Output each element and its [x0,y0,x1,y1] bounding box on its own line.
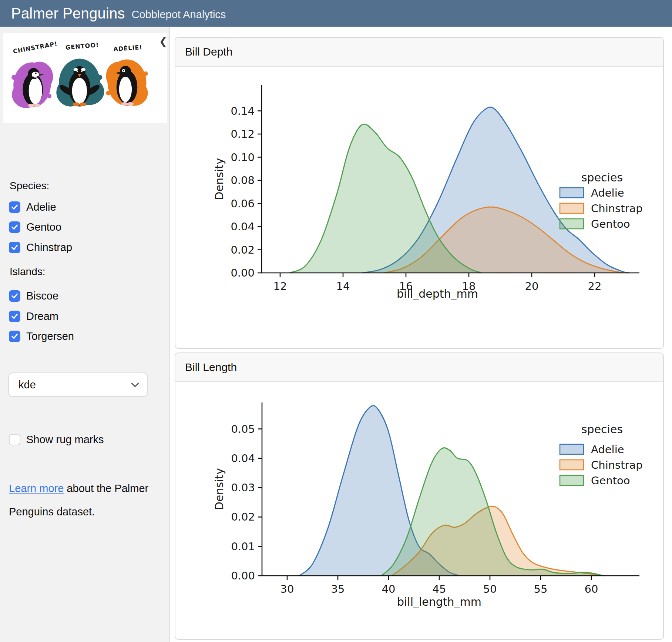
distribution-select[interactable]: kde [8,372,148,397]
legend-label-chinstrap: Chinstrap [591,202,643,215]
y-tick-label: 0.02 [231,511,255,523]
chinstrap-checkbox[interactable] [9,242,20,253]
checkbox-row-biscoe[interactable]: Biscoe [9,290,58,302]
check-icon [10,201,20,213]
gentoo-blob [56,59,104,107]
rug-checkbox[interactable] [9,434,20,445]
legend-swatch-gentoo [560,475,584,485]
bill-depth-plot: 1214161820220.000.020.040.060.080.100.12… [175,67,663,348]
x-tick-label: 20 [525,280,539,292]
checkbox-row-chinstrap[interactable]: Chinstrap [9,241,72,253]
x-axis-label: bill_depth_mm [397,287,478,300]
dream-checkbox[interactable] [9,311,20,322]
distribution-selected-value: kde [19,379,36,391]
checkbox-row-rug[interactable]: Show rug marks [9,434,104,445]
x-tick-label: 12 [273,280,287,292]
x-tick-label: 50 [483,583,497,595]
bill-depth-card-header: Bill Depth [175,38,663,67]
y-tick-label: 0.02 [231,244,255,256]
chevron-down-icon [131,382,139,387]
chinstrap-checkbox-label: Chinstrap [26,241,72,254]
x-tick-label: 45 [433,583,446,595]
app-header: Palmer Penguins Cobblepot Analytics [0,0,672,27]
check-icon [10,290,20,301]
dream-checkbox-label: Dream [26,310,58,322]
legend-label-gentoo: Gentoo [591,474,630,487]
x-tick-label: 35 [331,583,345,595]
checkbox-row-dream[interactable]: Dream [9,310,58,322]
legend-title: species [581,171,623,184]
legend-swatch-chinstrap [560,203,584,213]
legend-label-adelie: Adelie [591,443,624,456]
art-label-chinstrap: CHINSTRAP! [13,40,58,55]
art-label-gentoo: GENTOO! [65,41,99,51]
app-title: Palmer Penguins [11,5,125,22]
x-tick-label: 40 [382,583,396,595]
y-tick-label: 0.04 [231,220,255,233]
y-axis-label: Density [213,158,226,200]
rug-checkbox-label: Show rug marks [26,434,104,446]
biscoe-checkbox[interactable] [9,290,20,302]
adelie-blob [106,60,148,106]
x-axis-label: bill_length_mm [397,595,481,608]
legend-swatch-gentoo [560,219,584,229]
y-tick-label: 0.12 [231,128,255,140]
bill-depth-card-title: Bill Depth [185,46,232,58]
check-icon [10,242,20,253]
x-tick-label: 14 [336,280,350,292]
penguin-artwork: CHINSTRAP! GENTOO! ADÉLIE! [3,33,167,123]
x-tick-label: 22 [588,280,602,292]
x-tick-label: 60 [585,583,598,595]
chinstrap-blob [11,62,53,108]
check-icon [10,311,20,322]
app-subtitle: Cobblepot Analytics [132,9,226,21]
learn-more-text: Learn more about the Palmer Penguins dat… [9,477,153,524]
check-icon [10,331,20,342]
y-tick-label: 0.00 [231,267,255,279]
species-section-label: Species: [10,180,49,192]
art-label-adelie: ADÉLIE! [113,44,143,53]
adelie-checkbox[interactable] [9,201,20,213]
y-tick-label: 0.00 [231,569,255,582]
legend-label-chinstrap: Chinstrap [591,459,643,471]
y-tick-label: 0.05 [231,423,255,435]
checkbox-row-adelie[interactable]: Adelie [9,201,56,213]
y-tick-label: 0.04 [231,452,255,465]
legend-swatch-chinstrap [560,460,584,470]
y-tick-label: 0.08 [231,174,255,187]
biscoe-checkbox-label: Biscoe [26,290,58,302]
legend-label-adelie: Adelie [591,187,624,199]
y-tick-label: 0.01 [231,540,255,553]
x-tick-label: 30 [280,583,294,595]
y-tick-label: 0.03 [231,481,255,494]
y-axis-label: Density [213,468,226,510]
legend-swatch-adelie [560,188,584,198]
adelie-checkbox-label: Adelie [26,201,56,213]
gentoo-checkbox-label: Gentoo [26,221,61,233]
y-tick-label: 0.06 [231,197,255,210]
legend-label-gentoo: Gentoo [591,218,630,230]
torgersen-checkbox-label: Torgersen [26,330,74,342]
gentoo-checkbox[interactable] [9,221,20,233]
legend-swatch-adelie [560,444,584,454]
y-tick-label: 0.14 [231,105,255,117]
penguin-art-svg: CHINSTRAP! GENTOO! ADÉLIE! [3,33,167,123]
check-icon [10,221,20,233]
islands-section-label: Islands: [10,266,46,278]
bill-length-card-title: Bill Length [185,361,237,374]
legend-title: species [581,423,623,436]
y-tick-label: 0.10 [231,151,255,164]
learn-more-link[interactable]: Learn more [9,482,64,494]
bill-length-plot: 303540455055600.000.010.020.030.040.05bi… [175,382,663,639]
sidebar: CHINSTRAP! GENTOO! ADÉLIE! ❮ Species: Ad… [0,27,170,642]
x-tick-label: 55 [534,583,548,595]
torgersen-checkbox[interactable] [9,331,20,342]
checkbox-row-torgersen[interactable]: Torgersen [9,330,74,342]
bill-length-card-header: Bill Length [175,353,663,382]
sidebar-collapse-icon[interactable]: ❮ [158,36,168,47]
checkbox-row-gentoo[interactable]: Gentoo [9,221,61,233]
